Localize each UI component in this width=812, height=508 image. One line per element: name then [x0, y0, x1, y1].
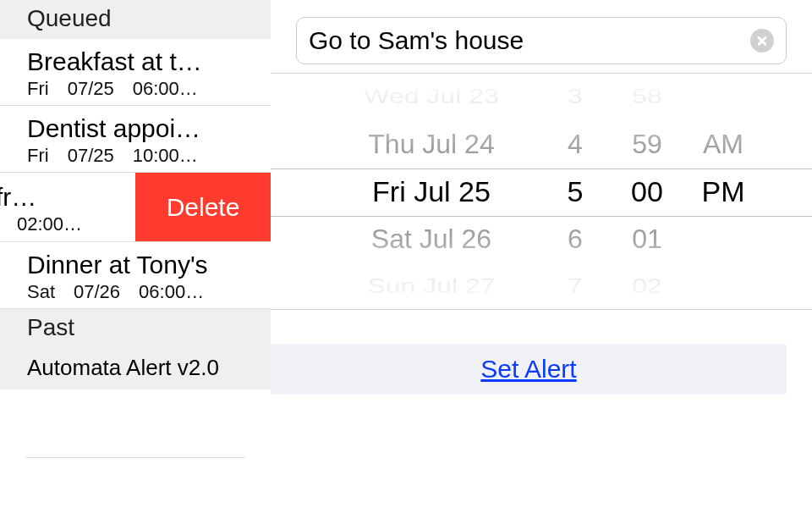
datetime-picker[interactable]: Wed Jul 23 Thu Jul 24 Fri Jul 25 Sat Jul… [271, 73, 812, 310]
picker-row: 02 [609, 268, 685, 304]
list-item-time: 06:00… [133, 78, 198, 100]
list-item-title: Breakfast at t… [27, 47, 259, 76]
picker-row: 59 [609, 120, 685, 168]
list-item-title: Dinner at Tony's [27, 251, 259, 279]
list-item-meta: Sat 07/26 06:00… [27, 281, 259, 303]
title-input[interactable] [309, 26, 750, 55]
app-version-footer: Automata Alert v2.0 [0, 348, 271, 389]
divider [25, 457, 245, 458]
picker-row [685, 80, 761, 114]
picker-row: AM [685, 120, 761, 168]
picker-wheel-date[interactable]: Wed Jul 23 Thu Jul 24 Fri Jul 25 Sat Jul… [321, 74, 541, 309]
list-item[interactable]: Dentist appoi… Fri 07/25 10:00… [0, 106, 271, 173]
picker-row: 58 [609, 79, 685, 114]
set-alert-button[interactable]: Set Alert [480, 355, 576, 384]
list-item-meta: Fri 07/25 10:00… [27, 145, 259, 167]
list-item-date: 07/25 [68, 145, 114, 167]
sidebar: Queued Breakfast at t… Fri 07/25 06:00… … [0, 0, 271, 508]
picker-row: 6 [541, 215, 609, 262]
list-item-day: Fri [27, 145, 49, 167]
picker-row-selected: 00 [609, 168, 685, 215]
picker-row [685, 268, 761, 303]
picker-row: Wed Jul 23 [321, 79, 541, 114]
picker-row: Sun Jul 27 [321, 268, 541, 304]
title-input-wrap [296, 17, 787, 64]
picker-row [685, 215, 761, 262]
set-alert-bar: Set Alert [271, 344, 787, 395]
picker-wheel-minute[interactable]: 58 59 00 01 02 [609, 74, 685, 309]
editor-pane: Wed Jul 23 Thu Jul 24 Fri Jul 25 Sat Jul… [271, 0, 812, 508]
picker-wheel-hour[interactable]: 3 4 5 6 7 [541, 74, 609, 309]
delete-button[interactable]: Delete [135, 173, 271, 241]
list-item-title: suit fr… [0, 183, 123, 212]
picker-row: 7 [541, 268, 609, 304]
list-item-title: Dentist appoi… [27, 114, 259, 143]
section-header-queued: Queued [0, 0, 271, 39]
picker-row: Thu Jul 24 [321, 120, 541, 168]
section-header-past: Past [0, 309, 271, 348]
picker-row: 4 [541, 120, 609, 168]
picker-row-selected: Fri Jul 25 [321, 168, 541, 215]
picker-row-selected: PM [685, 168, 761, 215]
picker-wheel-ampm[interactable]: AM PM [685, 74, 761, 309]
list-item-meta: Fri 07/25 06:00… [27, 78, 259, 100]
list-item[interactable]: Dinner at Tony's Sat 07/26 06:00… [0, 242, 271, 309]
list-item-time: 10:00… [133, 145, 198, 167]
picker-row-selected: 5 [541, 168, 609, 215]
list-item-date: 07/25 [68, 78, 114, 100]
list-item[interactable]: Breakfast at t… Fri 07/25 06:00… [0, 39, 271, 106]
picker-row: 01 [609, 215, 685, 262]
list-item-date: 07/26 [74, 281, 120, 303]
list-item-time: 06:00… [139, 281, 204, 303]
picker-row: 3 [541, 79, 609, 114]
clear-icon[interactable] [750, 29, 774, 52]
picker-row: Sat Jul 26 [321, 215, 541, 262]
list-item-day: Sat [27, 281, 55, 303]
list-item-meta: 02:00… [17, 213, 123, 235]
list-item-swiped[interactable]: suit fr… 02:00… Delete [0, 173, 271, 242]
list-item-time: 02:00… [17, 213, 82, 235]
list-item-day: Fri [27, 78, 49, 100]
